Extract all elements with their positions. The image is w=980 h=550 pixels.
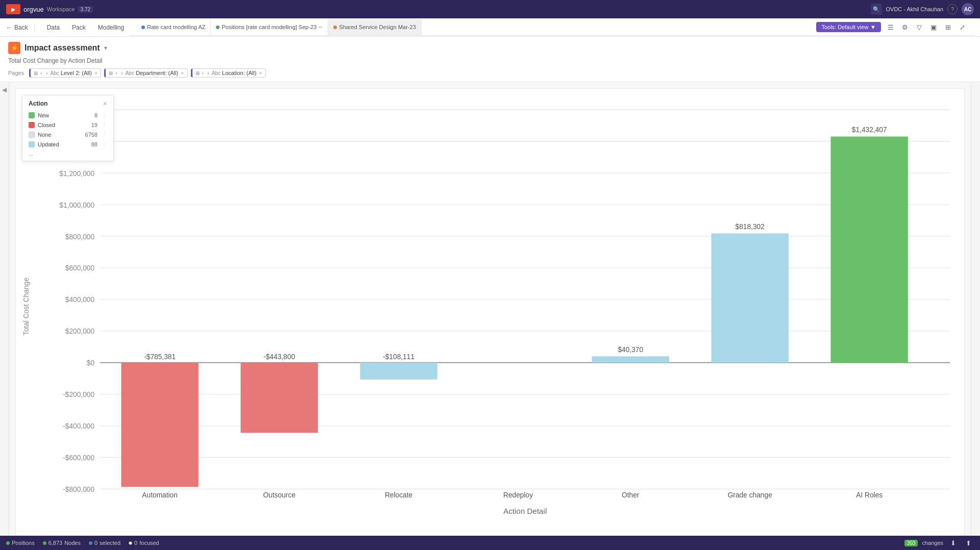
tab-shared-service[interactable]: Shared Service Design Mar-23 — [328, 19, 421, 35]
pages-label: Pages — [8, 70, 24, 76]
bar-relocate[interactable] — [360, 363, 437, 380]
filter-icon[interactable]: ▽ — [914, 21, 925, 33]
columns-icon[interactable]: ⊞ — [942, 21, 953, 33]
legend-name-none: None — [38, 132, 51, 138]
legend-item-closed: Closed 19 ⋮ — [29, 121, 107, 128]
tab-rate-card[interactable]: Rate card modelling AZ — [136, 19, 211, 35]
legend-color-updated — [29, 141, 35, 147]
tab-label-1: Positions [rate card modelling] Sep-23 — [222, 24, 316, 30]
tab-positions[interactable]: Positions [rate card modelling] Sep-23 ✏ — [211, 19, 328, 35]
filter-nav-prev-1[interactable]: ‹ — [114, 70, 118, 76]
drag-handle-updated[interactable]: ⋮ — [102, 141, 107, 147]
filter-department[interactable]: ⊞ ‹ › Abc Department: (All) × — [104, 68, 187, 78]
svg-text:Grade change: Grade change — [728, 491, 772, 499]
app-logo: ▶ orgvue Workspace 3.72 — [6, 4, 93, 14]
svg-text:Relocate: Relocate — [385, 491, 413, 499]
filter-level2[interactable]: ⊞ ‹ › Abc Level 2: (All) × — [29, 68, 101, 78]
nav-data[interactable]: Data — [41, 18, 66, 37]
list-view-icon[interactable]: ☰ — [885, 21, 896, 33]
sidebar-toggle[interactable]: ◀ — [2, 86, 7, 93]
legend-color-closed — [29, 122, 35, 128]
download-icon[interactable]: ⬇ — [947, 537, 959, 548]
nav-modelling[interactable]: Modelling — [92, 18, 130, 37]
svg-text:$600,000: $600,000 — [65, 264, 95, 272]
status-positions: Positions — [6, 540, 35, 546]
nav-links: Data Pack Modelling — [41, 18, 130, 37]
legend-count-new: 8 — [94, 112, 97, 118]
svg-text:AI Roles: AI Roles — [856, 491, 883, 499]
content-area: Action × New 8 ⋮ Closed — [9, 82, 971, 550]
user-name: OVDC - Akhil Chauhan — [886, 6, 944, 12]
bar-automation[interactable] — [121, 363, 198, 487]
filter-pill-icon-0: ⊞ — [34, 70, 38, 76]
filter-close-1[interactable]: × — [181, 70, 184, 76]
filter-nav-prev-2[interactable]: ‹ — [201, 70, 205, 76]
top-navigation: ▶ orgvue Workspace 3.72 🔍 OVDC - Akhil C… — [0, 0, 980, 18]
settings-icon[interactable]: ⚙ — [899, 21, 911, 33]
legend-name-new: New — [38, 112, 49, 118]
legend-title: Action — [29, 100, 47, 107]
layout-icon[interactable]: ▣ — [928, 21, 939, 33]
status-nodes: 6,873 Nodes — [43, 540, 81, 546]
filter-close-0[interactable]: × — [94, 70, 97, 76]
filter-location[interactable]: ⊞ ‹ › Abc Location: (All) × — [191, 68, 266, 78]
filter-nav-next-0[interactable]: › — [45, 70, 49, 76]
legend-count-updated: 88 — [91, 141, 97, 147]
changes-badge: 303 — [904, 540, 918, 546]
back-button[interactable]: ← Back — [6, 24, 35, 31]
filter-nav-next-1[interactable]: › — [120, 70, 124, 76]
legend-item-none: None 6758 ⋮ — [29, 131, 107, 138]
upload-icon[interactable]: ⬆ — [963, 537, 974, 548]
svg-text:$800,000: $800,000 — [65, 233, 95, 241]
filter-row: Pages ⊞ ‹ › Abc Level 2: (All) × ⊞ ‹ › A… — [8, 68, 972, 78]
tools-button[interactable]: Tools: Default view ▼ — [816, 22, 881, 32]
bar-grade-change[interactable] — [712, 234, 789, 363]
svg-text:-$800,000: -$800,000 — [63, 486, 94, 493]
tab-dot-green — [216, 26, 219, 29]
back-label: Back — [14, 24, 28, 31]
bar-outsource[interactable] — [240, 363, 317, 433]
legend-item-new: New 8 ⋮ — [29, 112, 107, 118]
help-button[interactable]: ? — [947, 4, 958, 14]
filter-label-0: Level 2: (All) — [61, 70, 92, 76]
legend-close-button[interactable]: × — [103, 99, 107, 108]
expand-icon[interactable]: ⤢ — [957, 21, 968, 33]
drag-handle-closed[interactable]: ⋮ — [102, 121, 107, 128]
svg-text:$1,000,000: $1,000,000 — [59, 202, 94, 209]
tab-edit-icon: ✏ — [318, 24, 323, 30]
svg-text:$1,432,407: $1,432,407 — [852, 126, 887, 134]
top-nav-right: 🔍 OVDC - Akhil Chauhan ? AC — [871, 3, 974, 15]
filter-abc-icon-0: Abc — [51, 70, 59, 76]
svg-text:Redeploy: Redeploy — [503, 491, 533, 499]
svg-text:-$400,000: -$400,000 — [63, 422, 94, 430]
svg-text:-$600,000: -$600,000 — [63, 454, 94, 462]
nodes-count: 6,873 — [48, 540, 63, 546]
bar-other[interactable] — [592, 356, 669, 362]
filter-pill-icon-2: ⊞ — [195, 70, 200, 76]
svg-text:Outsource: Outsource — [263, 491, 296, 499]
bar-ai-roles[interactable] — [831, 137, 908, 363]
page-icon: ⚡ — [8, 42, 20, 54]
legend-color-new — [29, 112, 35, 118]
workspace-label: Workspace — [47, 6, 75, 12]
filter-nav-prev-0[interactable]: ‹ — [39, 70, 43, 76]
version-badge: 3.72 — [78, 6, 93, 13]
svg-text:$0: $0 — [87, 359, 95, 367]
legend-popup: Action × New 8 ⋮ Closed — [22, 95, 114, 161]
subtitle: Total Cost Change by Action Detail — [8, 57, 972, 64]
legend-more[interactable]: ... — [29, 151, 107, 157]
filter-nav-next-2[interactable]: › — [206, 70, 210, 76]
tabs-row: Rate card modelling AZ Positions [rate c… — [130, 19, 974, 36]
search-icon[interactable]: 🔍 — [871, 4, 882, 15]
nav-pack[interactable]: Pack — [66, 18, 92, 37]
legend-item-updated: Updated 88 ⋮ — [29, 141, 107, 147]
title-dropdown-icon[interactable]: ▾ — [104, 44, 107, 52]
filter-close-2[interactable]: × — [259, 70, 262, 76]
drag-handle-new[interactable]: ⋮ — [102, 112, 107, 118]
drag-handle-none[interactable]: ⋮ — [102, 131, 107, 138]
avatar[interactable]: AC — [962, 3, 974, 15]
legend-count-closed: 19 — [91, 122, 97, 128]
nodes-label: Nodes — [64, 540, 81, 546]
left-sidebar: ◀ — [0, 82, 9, 550]
status-focused: 0 focused — [129, 540, 159, 546]
